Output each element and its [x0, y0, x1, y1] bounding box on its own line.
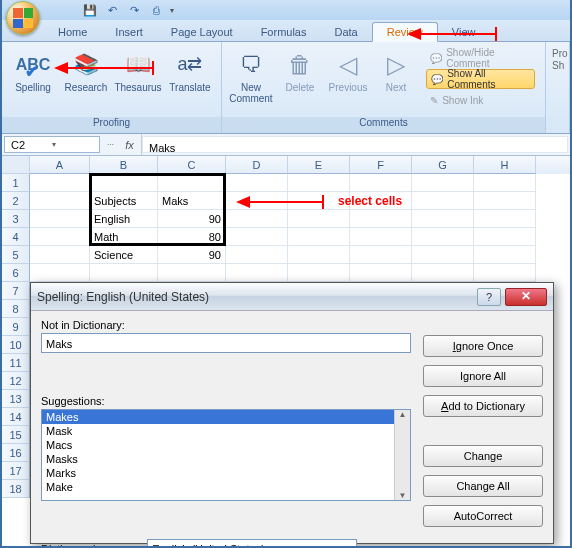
suggestion-item[interactable]: Marks — [42, 466, 394, 480]
cell[interactable] — [90, 174, 158, 192]
row-header[interactable]: 16 — [2, 444, 30, 462]
row-header[interactable]: 1 — [2, 174, 30, 192]
row-header[interactable]: 10 — [2, 336, 30, 354]
tab-home[interactable]: Home — [44, 23, 101, 41]
scroll-down-icon[interactable]: ▼ — [399, 491, 407, 500]
dialog-titlebar[interactable]: Spelling: English (United States) ? ✕ — [31, 283, 553, 311]
cell[interactable] — [350, 264, 412, 282]
delete-comment-button[interactable]: 🗑 Delete — [278, 46, 322, 93]
tab-page-layout[interactable]: Page Layout — [157, 23, 247, 41]
cell[interactable] — [158, 174, 226, 192]
scroll-up-icon[interactable]: ▲ — [399, 410, 407, 419]
change-button[interactable]: Change — [423, 445, 543, 467]
row-header[interactable]: 7 — [2, 282, 30, 300]
ignore-once-button[interactable]: Ignore Once — [423, 335, 543, 357]
row-header[interactable]: 9 — [2, 318, 30, 336]
cell[interactable] — [412, 264, 474, 282]
next-comment-button[interactable]: ▷ Next — [374, 46, 418, 93]
cell[interactable] — [288, 210, 350, 228]
change-all-button[interactable]: Change All — [423, 475, 543, 497]
cell[interactable] — [474, 246, 536, 264]
cell[interactable] — [30, 210, 90, 228]
suggestion-item[interactable]: Makes — [42, 410, 394, 424]
cell[interactable] — [30, 246, 90, 264]
cell[interactable] — [412, 174, 474, 192]
cell[interactable]: English — [90, 210, 158, 228]
formula-input[interactable]: Maks — [142, 136, 568, 153]
col-header-g[interactable]: G — [412, 156, 474, 174]
namebox-expand[interactable]: ⋯ — [102, 134, 118, 155]
list-scrollbar[interactable]: ▲▼ — [394, 410, 410, 500]
show-hide-comment[interactable]: 💬Show/Hide Comment — [426, 48, 535, 68]
cell[interactable] — [158, 264, 226, 282]
row-header[interactable]: 14 — [2, 408, 30, 426]
col-header-a[interactable]: A — [30, 156, 90, 174]
cell[interactable] — [288, 228, 350, 246]
cell[interactable] — [350, 174, 412, 192]
cell[interactable] — [412, 246, 474, 264]
col-header-d[interactable]: D — [226, 156, 288, 174]
row-header[interactable]: 13 — [2, 390, 30, 408]
row-header[interactable]: 18 — [2, 480, 30, 498]
cell[interactable] — [226, 246, 288, 264]
cell[interactable] — [226, 228, 288, 246]
cell[interactable] — [288, 264, 350, 282]
cell[interactable] — [474, 174, 536, 192]
show-ink[interactable]: ✎Show Ink — [426, 90, 535, 110]
print-icon[interactable]: ⎙ — [148, 2, 164, 18]
save-icon[interactable]: 💾 — [82, 2, 98, 18]
cell[interactable] — [226, 174, 288, 192]
col-header-h[interactable]: H — [474, 156, 536, 174]
cell[interactable]: Maks — [158, 192, 226, 210]
col-header-e[interactable]: E — [288, 156, 350, 174]
cell[interactable] — [288, 246, 350, 264]
tab-data[interactable]: Data — [320, 23, 371, 41]
cell[interactable] — [226, 192, 288, 210]
cell[interactable] — [30, 228, 90, 246]
previous-comment-button[interactable]: ◁ Previous — [326, 46, 370, 93]
name-box[interactable]: C2▾ — [4, 136, 100, 153]
cell[interactable]: Math — [90, 228, 158, 246]
office-button[interactable] — [6, 1, 40, 35]
row-header[interactable]: 11 — [2, 354, 30, 372]
suggestion-item[interactable]: Mask — [42, 424, 394, 438]
row-header[interactable]: 8 — [2, 300, 30, 318]
dialog-close-button[interactable]: ✕ — [505, 288, 547, 306]
suggestion-item[interactable]: Masks — [42, 452, 394, 466]
row-header[interactable]: 15 — [2, 426, 30, 444]
cell[interactable]: 80 — [158, 228, 226, 246]
translate-button[interactable]: a⇄ Translate — [166, 46, 214, 93]
cell[interactable] — [30, 174, 90, 192]
cell[interactable] — [350, 246, 412, 264]
cell[interactable]: 90 — [158, 246, 226, 264]
tab-formulas[interactable]: Formulas — [247, 23, 321, 41]
undo-icon[interactable]: ↶ — [104, 2, 120, 18]
redo-icon[interactable]: ↷ — [126, 2, 142, 18]
autocorrect-button[interactable]: AutoCorrect — [423, 505, 543, 527]
cell[interactable] — [412, 228, 474, 246]
thesaurus-button[interactable]: 📖 Thesaurus — [114, 46, 162, 93]
cell[interactable] — [350, 210, 412, 228]
cell[interactable] — [30, 192, 90, 210]
tab-view[interactable]: View — [438, 23, 490, 41]
select-all-corner[interactable] — [2, 156, 30, 174]
col-header-f[interactable]: F — [350, 156, 412, 174]
dict-lang-select[interactable]: English (United States)▼ — [147, 539, 357, 548]
ignore-all-button[interactable]: Ignore All — [423, 365, 543, 387]
dialog-help-button[interactable]: ? — [477, 288, 501, 306]
col-header-b[interactable]: B — [90, 156, 158, 174]
cell[interactable] — [226, 210, 288, 228]
cell[interactable]: 90 — [158, 210, 226, 228]
tab-review[interactable]: Review — [372, 22, 438, 42]
not-in-dict-input[interactable]: Maks — [41, 333, 411, 353]
cell[interactable] — [90, 264, 158, 282]
fx-icon[interactable]: fx — [118, 134, 142, 155]
cell[interactable] — [226, 264, 288, 282]
cell[interactable]: Subjects — [90, 192, 158, 210]
research-button[interactable]: 📚 Research — [62, 46, 110, 93]
cell[interactable] — [474, 192, 536, 210]
suggestions-list[interactable]: MakesMaskMacsMasksMarksMake ▲▼ — [41, 409, 411, 501]
row-header[interactable]: 5 — [2, 246, 30, 264]
row-header[interactable]: 17 — [2, 462, 30, 480]
cell[interactable] — [412, 192, 474, 210]
